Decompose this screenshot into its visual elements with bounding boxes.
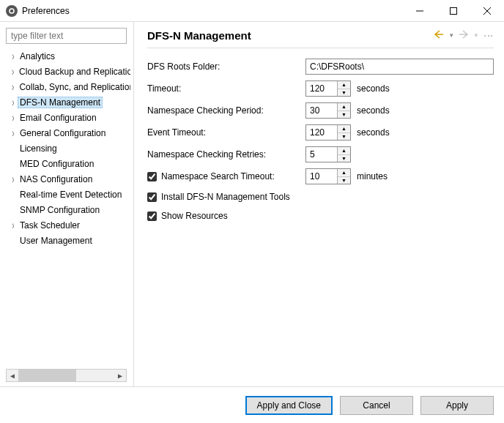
install-tools-label: Install DFS-N Management Tools [161,192,290,202]
ns-retries-label: Namespace Checking Retries: [147,149,305,160]
app-icon [6,5,18,17]
spin-up-icon[interactable]: ▲ [338,169,350,177]
title-bar: Preferences [0,0,504,22]
spin-down-icon[interactable]: ▼ [338,111,350,119]
spin-up-icon[interactable]: ▲ [338,81,350,89]
tree-item-label: MED Configuration [18,158,96,170]
event-timeout-input[interactable] [306,125,337,140]
apply-and-close-button[interactable]: Apply and Close [245,396,333,415]
chevron-right-icon[interactable]: › [9,111,18,124]
spin-down-icon[interactable]: ▼ [338,133,350,141]
filter-input[interactable] [6,28,127,44]
tree-item[interactable]: User Management [6,233,133,248]
scroll-thumb[interactable] [18,370,76,381]
ns-search-label: Namespace Search Timeout: [161,171,275,181]
scroll-left-icon[interactable]: ◄ [7,372,18,380]
spin-down-icon[interactable]: ▼ [338,89,350,97]
tree-item[interactable]: ›Cloud Backup and Replication [6,64,133,79]
ns-search-unit: minutes [357,171,388,181]
ns-retries-input[interactable] [306,147,337,162]
menu-icon[interactable]: ⋮ [483,31,494,40]
event-timeout-spinner[interactable]: ▲▼ [305,124,351,141]
roots-folder-input[interactable] [305,59,494,75]
forward-icon [459,30,469,41]
ns-period-spinner[interactable]: ▲▼ [305,102,351,119]
maximize-button[interactable] [437,0,470,22]
preference-tree: ›Analytics›Cloud Backup and Replication›… [6,48,133,366]
tree-item[interactable]: ›Task Scheduler [6,217,133,233]
back-icon[interactable] [434,30,444,41]
ns-period-unit: seconds [357,105,390,116]
timeout-input[interactable] [306,81,337,96]
apply-button[interactable]: Apply [420,396,494,415]
ns-search-input[interactable] [306,169,337,184]
spin-up-icon[interactable]: ▲ [338,125,350,133]
event-timeout-label: Event Timeout: [147,127,305,138]
tree-item[interactable]: Real-time Event Detection [6,187,133,202]
spin-up-icon[interactable]: ▲ [338,147,350,155]
ns-search-checkbox[interactable] [147,172,157,181]
svg-point-0 [10,9,14,13]
forward-dropdown-icon: ▼ [473,32,479,39]
chevron-right-icon[interactable]: › [9,96,18,109]
chevron-right-icon[interactable]: › [9,81,17,94]
tree-item-label: Cloud Backup and Replication [17,66,130,78]
timeout-unit: seconds [357,83,390,94]
tree-item[interactable]: SNMP Configuration [6,202,133,217]
tree-item[interactable]: ›General Configuration [6,125,133,141]
page-title: DFS-N Management [147,29,434,42]
cancel-button[interactable]: Cancel [340,396,413,415]
tree-item-label: Task Scheduler [18,220,82,231]
button-bar: Apply and Close Cancel Apply [0,386,504,423]
chevron-right-icon[interactable]: › [9,65,17,78]
event-timeout-unit: seconds [357,127,390,138]
ns-retries-spinner[interactable]: ▲▼ [305,146,351,162]
ns-period-label: Namespace Checking Period: [147,105,305,116]
chevron-right-icon[interactable]: › [9,50,18,63]
tree-item[interactable]: ›Email Configuration [6,110,133,125]
sidebar: ›Analytics›Cloud Backup and Replication›… [0,22,134,386]
tree-item-label: User Management [18,235,94,247]
scroll-right-icon[interactable]: ► [114,372,126,380]
tree-item[interactable]: Licensing [6,141,133,156]
chevron-right-icon[interactable]: › [9,127,18,140]
tree-item[interactable]: ›Collab, Sync, and Replication [6,79,133,94]
close-button[interactable] [470,0,504,22]
back-dropdown-icon[interactable]: ▼ [448,32,454,39]
tree-item[interactable]: ›Analytics [6,48,133,64]
chevron-right-icon[interactable]: › [9,173,18,186]
tree-item-label: DFS-N Management [18,97,103,108]
svg-rect-2 [451,7,457,14]
tree-item-label: NAS Configuration [18,173,94,185]
install-tools-checkbox[interactable] [147,192,157,202]
detail-pane: DFS-N Management ▼ ▼ ⋮ DFS Roots Folder:… [134,22,504,386]
tree-item-label: Analytics [18,50,57,62]
tree-item-label: Collab, Sync, and Replication [17,81,130,93]
spin-down-icon[interactable]: ▼ [338,177,350,184]
tree-item-label: SNMP Configuration [18,204,102,216]
timeout-label: Timeout: [147,83,305,94]
spin-down-icon[interactable]: ▼ [338,155,350,162]
tree-item-label: General Configuration [18,127,108,139]
tree-item-label: Real-time Event Detection [18,189,124,201]
ns-period-input[interactable] [306,103,337,118]
minimize-button[interactable] [403,0,437,22]
tree-item[interactable]: ›NAS Configuration [6,171,133,187]
tree-item[interactable]: ›DFS-N Management [6,94,133,110]
roots-folder-label: DFS Roots Folder: [147,61,305,72]
tree-item[interactable]: MED Configuration [6,156,133,171]
window-title: Preferences [22,6,70,16]
timeout-spinner[interactable]: ▲▼ [305,81,351,97]
ns-search-spinner[interactable]: ▲▼ [305,168,351,184]
horizontal-scrollbar[interactable]: ◄ ► [6,369,127,382]
chevron-right-icon[interactable]: › [9,219,18,232]
show-resources-label: Show Resources [161,211,228,221]
tree-item-label: Licensing [18,143,59,154]
tree-item-label: Email Configuration [18,112,99,124]
spin-up-icon[interactable]: ▲ [338,103,350,111]
show-resources-checkbox[interactable] [147,212,157,221]
